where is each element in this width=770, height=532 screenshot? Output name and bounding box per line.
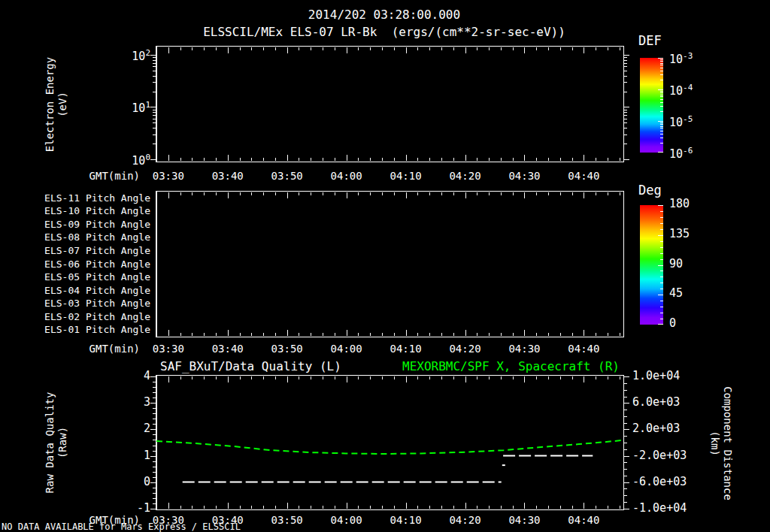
time-tick — [501, 47, 502, 50]
datetime-title: 2014/202 03:28:00.000 — [0, 8, 770, 22]
time-tick — [596, 192, 596, 195]
distance-minor-tick — [623, 449, 627, 450]
time-tick — [477, 333, 477, 336]
time-tick — [168, 192, 169, 198]
time-tick — [465, 192, 466, 198]
time-tick — [168, 155, 169, 161]
time-tick — [370, 333, 371, 336]
energy-major-tick — [623, 107, 629, 107]
pitch-angle-row-label: ELS-07 Pitch Angle — [30, 246, 150, 255]
time-tick — [168, 47, 169, 53]
time-tick — [263, 47, 264, 50]
def-colorbar-minor-tick — [660, 96, 663, 97]
gmt-axis-label: GMT(min) — [83, 515, 140, 525]
def-colorbar-minor-tick — [660, 91, 663, 92]
distance-major-tick — [623, 429, 629, 430]
time-tick — [358, 158, 359, 161]
energy-minor-tick — [153, 66, 156, 67]
energy-minor-tick — [153, 63, 156, 64]
time-tick — [287, 330, 288, 336]
energy-minor-tick — [153, 60, 156, 61]
gmt-tick-label: 04:00 — [324, 343, 369, 354]
energy-minor-tick — [623, 57, 627, 58]
time-tick — [192, 47, 192, 50]
def-colorbar-minor-tick — [660, 65, 663, 65]
energy-minor-tick — [623, 144, 627, 144]
time-tick — [299, 47, 299, 50]
time-tick — [370, 192, 371, 195]
quality-tick-label: -1 — [125, 503, 150, 514]
time-tick — [335, 192, 335, 195]
def-colorbar — [640, 58, 663, 153]
gmt-tick-label: 04:30 — [502, 515, 547, 525]
time-tick — [417, 158, 418, 161]
time-tick — [513, 192, 514, 195]
deg-colorbar-major-tick — [658, 324, 663, 325]
deg-colorbar-tick-label: 135 — [669, 228, 702, 240]
time-tick — [465, 330, 466, 336]
energy-minor-tick — [153, 57, 156, 58]
def-colorbar-major-tick — [658, 58, 663, 59]
deg-colorbar-minor-tick — [660, 319, 663, 319]
time-tick — [335, 47, 335, 50]
def-colorbar-major-tick — [658, 152, 663, 153]
time-tick — [311, 333, 311, 336]
deg-colorbar-minor-tick — [660, 289, 663, 289]
energy-minor-tick — [153, 135, 156, 135]
time-tick — [370, 47, 371, 50]
time-tick — [524, 155, 525, 161]
def-colorbar-minor-tick — [660, 68, 663, 68]
time-tick — [584, 330, 584, 336]
electron-energy-axis-label-line1: Electron Energy — [44, 57, 56, 152]
raw-data-quality-axis-label: Raw Data Quality (Raw) — [44, 392, 69, 494]
time-tick — [192, 333, 192, 336]
def-colorbar-minor-tick — [660, 95, 663, 95]
time-tick — [323, 47, 323, 50]
time-tick — [323, 158, 323, 161]
def-colorbar-gradient — [640, 58, 663, 153]
gmt-tick-label: 04:00 — [324, 515, 369, 525]
time-tick — [465, 47, 466, 53]
time-tick — [180, 47, 181, 50]
time-tick — [620, 333, 620, 336]
time-tick — [382, 47, 383, 50]
time-tick — [299, 158, 299, 161]
def-colorbar-title: DEF — [638, 33, 662, 48]
time-tick — [608, 158, 608, 161]
time-tick — [347, 330, 347, 336]
gmt-tick-label: 03:40 — [205, 515, 250, 525]
distance-minor-tick — [623, 416, 627, 417]
def-colorbar-tick-label: 10-5 — [669, 115, 714, 128]
time-tick — [287, 155, 288, 161]
deg-colorbar-minor-tick — [660, 223, 663, 224]
time-tick — [216, 158, 217, 161]
time-tick — [620, 158, 620, 161]
deg-colorbar-tick-label: 90 — [669, 258, 702, 270]
distance-minor-tick — [623, 436, 627, 437]
time-tick — [524, 330, 525, 336]
deg-colorbar-minor-tick — [660, 259, 663, 260]
time-tick — [596, 158, 596, 161]
time-tick — [453, 333, 454, 336]
time-tick — [251, 158, 252, 161]
energy-minor-tick — [623, 82, 627, 83]
time-tick — [382, 333, 383, 336]
time-tick — [287, 47, 288, 53]
raw-data-quality-axis-label-line2: (Raw) — [56, 392, 69, 494]
deg-colorbar-minor-tick — [660, 247, 663, 248]
time-tick — [441, 192, 442, 195]
pitch-angle-row-label: ELS-08 Pitch Angle — [30, 232, 150, 242]
data-quality-point — [502, 464, 505, 466]
time-tick — [228, 330, 229, 336]
time-tick — [240, 47, 241, 50]
time-tick — [417, 192, 418, 195]
time-tick — [584, 192, 584, 198]
time-tick — [168, 330, 169, 336]
time-tick — [620, 47, 620, 50]
time-tick — [441, 333, 442, 336]
gmt-tick-label: 03:50 — [265, 343, 310, 354]
def-colorbar-minor-tick — [660, 143, 663, 144]
time-tick — [548, 47, 549, 50]
pitch-angle-row-label: ELS-03 Pitch Angle — [30, 298, 150, 308]
quality-major-tick — [150, 403, 156, 404]
